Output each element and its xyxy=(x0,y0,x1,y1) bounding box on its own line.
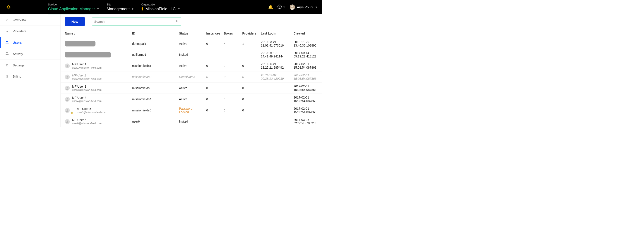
col-status[interactable]: Status xyxy=(177,29,205,38)
cell-boxes xyxy=(222,116,241,127)
sidebar-item-overview[interactable]: ⌂Overview xyxy=(0,14,60,26)
sidebar-item-settings[interactable]: ⚙Settings xyxy=(0,60,60,71)
cell-boxes: 4 xyxy=(222,38,241,49)
table-row[interactable]: MF User 6user6@mission-field.comuser6Inv… xyxy=(61,116,322,127)
cell-providers: 0 xyxy=(241,105,259,116)
org-label: Organization xyxy=(141,3,180,6)
svg-point-21 xyxy=(66,100,68,101)
sidebar-item-providers[interactable]: ☁Providers xyxy=(0,26,60,37)
cell-id: missionfields5 xyxy=(130,105,177,116)
col-last-login[interactable]: Last Login xyxy=(259,29,292,38)
svg-point-18 xyxy=(67,87,68,88)
cell-boxes xyxy=(222,49,241,60)
user-email: user4@mission-field.com xyxy=(72,100,102,103)
user-display-name: MF User 4 xyxy=(72,96,102,100)
svg-line-13 xyxy=(178,22,178,22)
svg-point-15 xyxy=(66,66,68,67)
dollar-icon: $ xyxy=(5,75,10,78)
site-selector[interactable]: Site Management ▼ xyxy=(103,3,138,12)
svg-marker-2 xyxy=(142,7,143,11)
svg-point-17 xyxy=(66,77,68,78)
table-row[interactable]: MF User 4user4@mission-field.commissionf… xyxy=(61,94,322,105)
bell-icon[interactable]: 🔔 xyxy=(268,5,273,10)
table-row[interactable]: MF User 2user2@mission-field.commissionf… xyxy=(61,71,322,83)
user-display-name: MF User 6 xyxy=(72,118,102,122)
search-icon xyxy=(176,20,179,23)
svg-point-24 xyxy=(67,120,68,122)
cell-instances: 0 xyxy=(205,105,222,116)
user-menu[interactable]: Arya Roudi ▼ xyxy=(290,5,318,10)
cell-instances xyxy=(205,116,222,127)
cell-id: missionfields4 xyxy=(130,94,177,105)
cell-last-login xyxy=(259,94,292,105)
cell-last-login: 2018-03-0200:38:12.420939 xyxy=(259,71,292,83)
help-menu[interactable]: ? ▼ xyxy=(278,5,285,10)
cell-id: missionfields2 xyxy=(130,71,177,83)
cloud-icon: ☁ xyxy=(5,29,10,33)
cell-boxes: 0 xyxy=(222,71,241,83)
cell-instances: 0 xyxy=(205,60,222,71)
svg-point-8 xyxy=(6,41,7,42)
sidebar-item-billing[interactable]: $Billing xyxy=(0,71,60,82)
svg-point-22 xyxy=(67,109,68,111)
user-email: user1@mission-field.com xyxy=(72,66,102,70)
cell-status: Password Locked xyxy=(177,105,205,116)
svg-point-10 xyxy=(6,52,7,53)
sidebar-item-label: Activity xyxy=(13,52,23,56)
avatar xyxy=(65,75,70,79)
service-value: Cloud Application Manager xyxy=(48,7,95,11)
cell-boxes: 0 xyxy=(222,94,241,105)
sidebar: ⌂Overview☁ProvidersUsersActivity⚙Setting… xyxy=(0,14,61,127)
svg-point-6 xyxy=(291,6,293,8)
service-selector[interactable]: Service Cloud Application Manager ▼ xyxy=(44,3,103,12)
sidebar-item-users[interactable]: Users xyxy=(0,37,60,48)
table-row[interactable]: guillermo1Invited2019-06-1014:41:49.2411… xyxy=(61,49,322,60)
user-display-name: MF User 2 xyxy=(72,73,102,77)
user-name-block: MF User 1user1@mission-field.com xyxy=(72,62,102,70)
col-id[interactable]: ID xyxy=(130,29,177,38)
gear-icon: ⚙ xyxy=(5,63,10,67)
cell-boxes: 0 xyxy=(222,83,241,94)
cell-providers: 0 xyxy=(241,94,259,105)
cell-providers: 0 xyxy=(241,60,259,71)
cell-status: Active xyxy=(177,38,205,49)
home-icon: ⌂ xyxy=(5,18,10,22)
organization-selector[interactable]: Organization MissionField LLC ▼ xyxy=(138,3,184,12)
lock-icon: 🔒 xyxy=(71,111,73,114)
redacted-name xyxy=(65,52,111,58)
sidebar-item-label: Users xyxy=(13,41,22,44)
col-name[interactable]: Name▴ xyxy=(61,29,130,38)
cell-status: Deactivated xyxy=(177,71,205,83)
cell-last-login: 2019-03-2111:02:41.673016 xyxy=(259,38,292,49)
avatar xyxy=(65,108,70,113)
user-name: Arya Roudi xyxy=(297,5,313,9)
col-instances[interactable]: Instances xyxy=(205,29,222,38)
table-row[interactable]: MF User 3user3@mission-field.commissionf… xyxy=(61,83,322,94)
sidebar-item-label: Overview xyxy=(13,18,26,22)
sidebar-item-activity[interactable]: Activity xyxy=(0,48,60,60)
table-row[interactable]: MF User 1user1@mission-field.commissionf… xyxy=(61,60,322,71)
col-providers[interactable]: Providers xyxy=(241,29,259,38)
cell-id: guillermo1 xyxy=(130,49,177,60)
brand-logo[interactable] xyxy=(6,4,12,10)
sidebar-item-label: Settings xyxy=(13,63,24,67)
table-row[interactable]: 🔒MF User 5user5@mission-field.commission… xyxy=(61,105,322,116)
cell-created: 2017-02-0115:03:54.087863 xyxy=(292,83,322,94)
new-button[interactable]: New xyxy=(65,17,85,26)
col-created[interactable]: Created xyxy=(292,29,322,38)
search-box[interactable] xyxy=(92,18,181,26)
cell-status: Active xyxy=(177,60,205,71)
org-icon xyxy=(141,7,144,11)
svg-point-12 xyxy=(176,20,178,22)
redacted-name xyxy=(65,41,96,47)
chevron-down-icon: ▼ xyxy=(131,8,134,11)
table-row[interactable]: denespal1Active0412019-03-2111:02:41.673… xyxy=(61,38,322,49)
col-boxes[interactable]: Boxes xyxy=(222,29,241,38)
users-table: Name▴ ID Status Instances Boxes Provider… xyxy=(61,29,322,127)
svg-point-16 xyxy=(67,76,68,77)
cell-instances: 0 xyxy=(205,38,222,49)
cell-last-login: 2019-06-2113:25:21.985492 xyxy=(259,60,292,71)
svg-point-9 xyxy=(7,41,8,42)
search-input[interactable] xyxy=(94,20,176,23)
cell-status: Active xyxy=(177,83,205,94)
